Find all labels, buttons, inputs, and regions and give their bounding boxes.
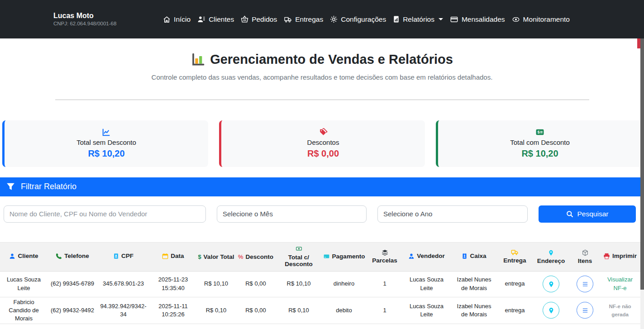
payment-card-icon [323,253,330,259]
col-itens: Itens [570,242,600,271]
money-bill-icon [296,246,302,252]
bar-chart-icon [191,53,205,67]
sales-table: Cliente Telefone CPF Data $Valor Total %… [0,242,640,324]
col-parcelas: Parcelas [367,242,403,271]
card-label: Total com Desconto [510,138,570,146]
cell-imprimir: NF-e não gerada [600,297,640,324]
scrollbar[interactable] [640,38,644,329]
col-cpf: CPF [97,242,149,271]
cell-itens [570,297,600,324]
nav-item-mensalidades[interactable]: Mensalidades [450,15,505,24]
phone-icon [56,253,62,259]
cell-valor-total: R$ 0,10 [197,297,235,324]
card-total-com-desconto: $ Total com Desconto R$ 10,20 [436,120,642,167]
cell-data: 2025-11-11 10:25:26 [149,297,197,324]
search-button[interactable]: Pesquisar [539,205,636,223]
cell-data: 2025-11-23 15:35:40 [149,271,197,297]
nav-item-relatorios[interactable]: Relatórios [393,15,443,24]
user-icon [9,253,15,259]
cell-itens [570,271,600,297]
cell-endereco [532,271,570,297]
map-pin-icon [548,281,554,288]
cell-total-com-desconto: R$ 0,10 [276,297,321,324]
card-total-sem-desconto: Total sem Desconto R$ 10,20 [2,120,208,167]
calendar-icon [162,253,168,259]
delivery-truck-icon [284,16,292,23]
address-button[interactable] [543,302,559,319]
cell-caixa: Izabel Nunes de Morais [450,271,498,297]
cell-caixa: Izabel Nunes de Morais [450,297,498,324]
page-subtitle: Controle completo das suas vendas, acomp… [0,73,644,81]
eye-icon [512,16,520,23]
nav-links: Início Clientes Pedidos Entregas Configu… [163,15,570,24]
home-icon [163,15,171,23]
basket-icon [241,15,248,23]
col-data: Data [149,242,197,271]
nav-item-configuracoes[interactable]: Configurações [330,15,386,24]
card-value: R$ 10,20 [88,148,124,159]
id-card-icon [113,253,119,259]
cell-endereco [532,297,570,324]
cell-parcelas: 1 [367,271,403,297]
card-descontos: Descontos R$ 0,00 [219,120,425,167]
svg-text:$: $ [537,130,539,134]
brand: Lucas Moto CNPJ: 62.064.948/0001-68 [53,11,116,27]
page-title: Gerenciamento de Vendas e Relatórios [191,52,453,67]
col-imprimir: Imprimir [600,242,640,271]
search-input[interactable] [4,205,206,223]
cell-vendedor: Lucas Souza Leite [403,271,450,297]
map-pin-icon [548,249,554,256]
brand-name: Lucas Moto [53,11,116,20]
cell-pagamento: debito [321,297,367,324]
scrollbar-thumb[interactable] [640,38,644,290]
percent-icon: % [238,253,243,260]
line-chart-icon [102,128,111,136]
card-label: Total sem Desconto [76,138,136,146]
summary-cards: Total sem Desconto R$ 10,20 Descontos R$… [0,120,644,167]
items-button[interactable] [577,276,593,292]
cell-cliente: Fabricio Candido de Morais [0,297,48,324]
brand-cnpj: CNPJ: 62.064.948/0001-68 [53,20,116,27]
cell-cpf: 345.678.901-23 [97,271,149,297]
col-endereco: Endereço [532,242,570,271]
cell-entrega: entrega [498,297,532,324]
nav-item-clientes[interactable]: Clientes [197,15,234,24]
card-value: R$ 10,20 [521,148,558,159]
nav-item-pedidos[interactable]: Pedidos [241,15,277,24]
nav-item-monitoramento[interactable]: Monitoramento [512,15,570,24]
nav-item-entregas[interactable]: Entregas [284,15,323,24]
scroll-accent [637,38,640,48]
col-vendedor: Vendedor [403,242,450,271]
cell-imprimir: Visualizar NF-e [600,271,640,297]
month-select[interactable]: Selecione o Mês [217,205,367,223]
nav-item-inicio[interactable]: Início [163,15,191,24]
col-caixa: Caixa [450,242,498,271]
id-badge-icon [462,253,467,259]
table-row: Lucas Souza Leite (62) 99345-6789 345.67… [0,271,640,297]
tags-icon [319,128,328,136]
col-total-com-desconto: Total c/ Desconto [276,242,321,271]
truck-icon [511,249,519,256]
cell-valor-total: R$ 10,10 [197,271,235,297]
cell-cpf: 94.392.942/9342-34 [97,297,149,324]
table-header-row: Cliente Telefone CPF Data $Valor Total %… [0,242,640,271]
nfe-view-link[interactable]: Visualizar NF-e [607,276,633,291]
page-header: Gerenciamento de Vendas e Relatórios Con… [0,38,644,100]
cell-total-com-desconto: R$ 10,10 [276,271,321,297]
printer-icon [603,253,610,259]
cell-telefone: (62) 99432-9492 [48,297,97,324]
list-icon [582,308,588,313]
money-check-icon: $ [535,128,544,136]
address-button[interactable] [543,276,559,292]
col-valor-total: $Valor Total [197,242,235,271]
year-select[interactable]: Selecione o Ano [377,205,528,223]
cell-telefone: (62) 99345-6789 [48,271,97,297]
col-entrega: Entrega [498,242,532,271]
credit-card-icon [450,16,458,23]
card-value: R$ 0,00 [307,148,339,159]
items-button[interactable] [577,302,593,319]
cell-desconto: R$ 0,00 [235,297,276,324]
cell-cliente: Lucas Souza Leite [0,271,48,297]
box-icon [582,249,588,256]
search-icon [566,210,573,218]
